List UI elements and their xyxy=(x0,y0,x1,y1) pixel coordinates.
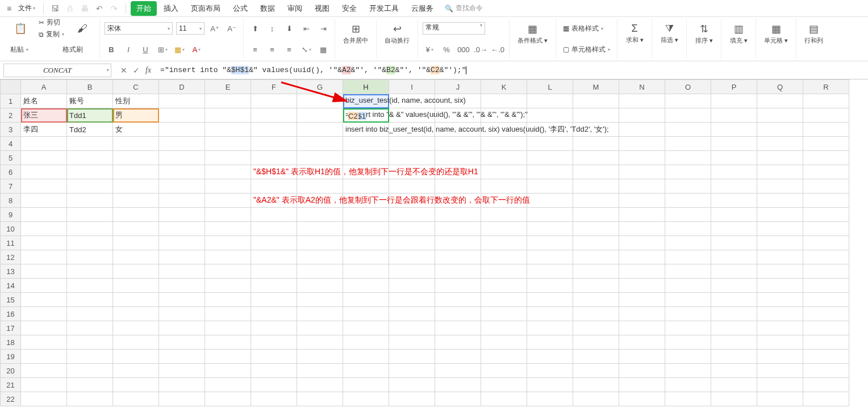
format-painter-button[interactable]: 🖌 xyxy=(70,20,95,37)
cell-H12[interactable] xyxy=(343,250,389,264)
select-all-corner[interactable] xyxy=(1,80,21,94)
cell-K22[interactable] xyxy=(481,392,527,406)
cell-I12[interactable] xyxy=(389,250,435,264)
cell-F20[interactable] xyxy=(251,364,297,378)
cell-P4[interactable] xyxy=(711,137,757,151)
cell-J14[interactable] xyxy=(435,279,481,293)
cell-B2[interactable]: Tdd1 xyxy=(67,108,113,123)
cell-F12[interactable] xyxy=(251,250,297,264)
cell-O7[interactable] xyxy=(665,179,711,194)
cell-K18[interactable] xyxy=(481,335,527,350)
cell-M12[interactable] xyxy=(573,250,619,264)
cell-F19[interactable] xyxy=(251,350,297,364)
cell-K16[interactable] xyxy=(481,307,527,321)
cell-F3[interactable] xyxy=(251,123,297,137)
cell-P20[interactable] xyxy=(711,364,757,378)
cell-Q7[interactable] xyxy=(757,179,803,194)
cell-D22[interactable] xyxy=(159,392,205,406)
cell-B6[interactable] xyxy=(67,165,113,179)
cell-E18[interactable] xyxy=(205,335,251,350)
cell-L10[interactable] xyxy=(527,222,573,236)
cell-H3[interactable]: insert into biz_user_test(id, name, acco… xyxy=(343,123,389,137)
column-header-E[interactable]: E xyxy=(205,80,251,94)
cell-O1[interactable] xyxy=(665,94,711,108)
cell-L9[interactable] xyxy=(527,208,573,222)
cell-R8[interactable] xyxy=(803,194,849,208)
cell-M15[interactable] xyxy=(573,293,619,307)
table-style-button[interactable]: ▦表格样式▾ xyxy=(561,24,606,33)
cell-N2[interactable] xyxy=(619,108,665,123)
tab-插入[interactable]: 插入 xyxy=(158,1,184,16)
cell-I18[interactable] xyxy=(389,335,435,350)
cell-R15[interactable] xyxy=(803,293,849,307)
cell-M5[interactable] xyxy=(573,151,619,165)
tab-开始[interactable]: 开始 xyxy=(131,1,157,16)
cell-D20[interactable] xyxy=(159,364,205,378)
cell-Q13[interactable] xyxy=(757,264,803,279)
cell-J19[interactable] xyxy=(435,350,481,364)
cell-L18[interactable] xyxy=(527,335,573,350)
undo-icon[interactable]: ↶ xyxy=(93,2,106,15)
cell-I21[interactable] xyxy=(389,378,435,392)
cell-F18[interactable] xyxy=(251,335,297,350)
orientation-icon[interactable]: ⤡ xyxy=(299,43,313,56)
cell-O14[interactable] xyxy=(665,279,711,293)
column-header-A[interactable]: A xyxy=(21,80,67,94)
cell-N11[interactable] xyxy=(619,236,665,250)
cell-L19[interactable] xyxy=(527,350,573,364)
sum-button[interactable]: Σ求和 ▾ xyxy=(622,20,647,47)
cell-Q20[interactable] xyxy=(757,364,803,378)
cell-F4[interactable] xyxy=(251,137,297,151)
cell-D12[interactable] xyxy=(159,250,205,264)
cell-D9[interactable] xyxy=(159,208,205,222)
cell-Q9[interactable] xyxy=(757,208,803,222)
cell-F22[interactable] xyxy=(251,392,297,406)
cell-K12[interactable] xyxy=(481,250,527,264)
cell-N8[interactable] xyxy=(619,194,665,208)
cell-E17[interactable] xyxy=(205,321,251,335)
cell-D2[interactable] xyxy=(159,108,205,123)
cell-K4[interactable] xyxy=(481,137,527,151)
row-header-19[interactable]: 19 xyxy=(1,350,21,364)
cell-B14[interactable] xyxy=(67,279,113,293)
column-header-B[interactable]: B xyxy=(67,80,113,94)
cell-M19[interactable] xyxy=(573,350,619,364)
underline-button[interactable]: U xyxy=(139,43,152,56)
cell-B7[interactable] xyxy=(67,179,113,194)
cell-E16[interactable] xyxy=(205,307,251,321)
cell-K9[interactable] xyxy=(481,208,527,222)
cell-P19[interactable] xyxy=(711,350,757,364)
row-header-21[interactable]: 21 xyxy=(1,378,21,392)
cell-H7[interactable] xyxy=(343,179,389,194)
cell-A17[interactable] xyxy=(21,321,67,335)
cell-F15[interactable] xyxy=(251,293,297,307)
cell-M10[interactable] xyxy=(573,222,619,236)
cell-R22[interactable] xyxy=(803,392,849,406)
cell-D3[interactable] xyxy=(159,123,205,137)
cell-F9[interactable] xyxy=(251,208,297,222)
cell-K13[interactable] xyxy=(481,264,527,279)
cell-A18[interactable] xyxy=(21,335,67,350)
copy-button[interactable]: ⧉复制▾ xyxy=(36,30,66,39)
fill-button[interactable]: ▥填充 ▾ xyxy=(726,20,751,47)
cell-J13[interactable] xyxy=(435,264,481,279)
cell-K5[interactable] xyxy=(481,151,527,165)
cell-R19[interactable] xyxy=(803,350,849,364)
cell-Q14[interactable] xyxy=(757,279,803,293)
column-header-L[interactable]: L xyxy=(527,80,573,94)
currency-icon[interactable]: ¥ xyxy=(423,43,436,56)
cell-C20[interactable] xyxy=(113,364,159,378)
row-header-12[interactable]: 12 xyxy=(1,250,21,264)
auto-wrap-button[interactable]: ↩自动换行 xyxy=(381,20,413,47)
cell-I14[interactable] xyxy=(389,279,435,293)
align-right-icon[interactable]: ≡ xyxy=(282,43,296,56)
cell-C5[interactable] xyxy=(113,151,159,165)
cell-K11[interactable] xyxy=(481,236,527,250)
cell-C14[interactable] xyxy=(113,279,159,293)
row-header-2[interactable]: 2 xyxy=(1,108,21,123)
column-header-K[interactable]: K xyxy=(481,80,527,94)
row-header-4[interactable]: 4 xyxy=(1,137,21,151)
cell-R3[interactable] xyxy=(803,123,849,137)
cell-H11[interactable] xyxy=(343,236,389,250)
cell-Q1[interactable] xyxy=(757,94,803,108)
